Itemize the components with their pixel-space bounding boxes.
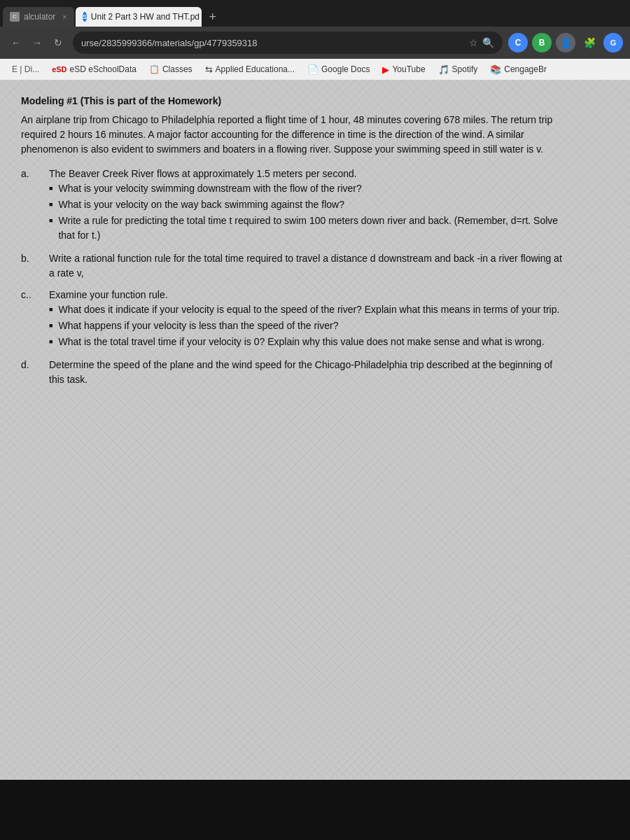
new-tab-button[interactable]: + — [203, 7, 223, 27]
bookmarks-bar: E | Di... eSD eSD eSchoolData 📋 Classes … — [0, 59, 630, 80]
edi-label: E | Di... — [12, 64, 39, 74]
spotify-label: Spotify — [452, 64, 478, 74]
bookmark-edi[interactable]: E | Di... — [7, 63, 44, 76]
question-a-bullets: What is your velocity swimming downstrea… — [49, 181, 567, 243]
browser-actions: C B 👤 🧩 G — [508, 33, 623, 52]
reload-button[interactable]: ↻ — [49, 34, 67, 52]
bookmark-cengage[interactable]: 📚 CengageBr — [485, 63, 552, 76]
question-b-content: Write a rational function rule for the t… — [49, 251, 567, 281]
url-text: urse/2835999366/materials/gp/4779359318 — [81, 38, 463, 48]
question-d-label: d. — [21, 358, 42, 387]
applied-icon: ⇆ — [205, 64, 213, 75]
cengage-icon: 📚 — [490, 64, 501, 75]
list-item: What is the total travel time if your ve… — [49, 335, 567, 349]
nav-buttons: ← → ↻ — [7, 34, 67, 52]
google-account-button[interactable]: G — [603, 33, 623, 52]
question-a-content: The Beaver Creek River flows at approxim… — [49, 167, 567, 244]
tab-calculator-close[interactable]: × — [62, 13, 66, 21]
bookmark-googledocs[interactable]: 📄 Google Docs — [302, 63, 374, 76]
list-item: Write a rule for predicting the total ti… — [49, 214, 567, 243]
document-content: Modeling #1 (This is part of the Homewor… — [21, 94, 567, 387]
question-c-content: Examine your function rule. What does it… — [49, 288, 567, 351]
classes-label: Classes — [162, 64, 192, 74]
tab-bar: C alculator × S Unit 2 Part 3 HW and THT… — [0, 0, 630, 27]
list-item: What does it indicate if your velocity i… — [49, 302, 567, 317]
spotify-icon: 🎵 — [438, 64, 449, 75]
question-c-label: c.. — [21, 288, 42, 351]
googledocs-icon: 📄 — [307, 64, 318, 75]
question-a: a. The Beaver Creek River flows at appro… — [21, 167, 567, 244]
question-d-content: Determine the speed of the plane and the… — [49, 358, 567, 387]
bookmark-spotify[interactable]: 🎵 Spotify — [433, 63, 483, 76]
list-item: What is your velocity swimming downstrea… — [49, 181, 567, 196]
applied-label: Applied Educationa... — [216, 64, 295, 74]
list-item: What is your velocity on the way back sw… — [49, 197, 567, 212]
tab-unit2[interactable]: S Unit 2 Part 3 HW and THT.pd × — [76, 7, 202, 27]
address-bar: ← → ↻ urse/2835999366/materials/gp/47793… — [0, 27, 630, 59]
classes-icon: 📋 — [149, 64, 160, 74]
question-a-label: a. — [21, 167, 42, 244]
question-b-text: Write a rational function rule for the t… — [49, 251, 567, 281]
question-d: d. Determine the speed of the plane and … — [21, 358, 567, 387]
question-c-text: Examine your function rule. — [49, 288, 567, 302]
bookmark-youtube[interactable]: ▶ YouTube — [377, 63, 430, 76]
extensions-button[interactable]: 🧩 — [580, 33, 599, 52]
forward-button[interactable]: → — [28, 34, 46, 52]
question-b-label: b. — [21, 251, 42, 281]
browser-frame: C alculator × S Unit 2 Part 3 HW and THT… — [0, 0, 630, 780]
question-b: b. Write a rational function rule for th… — [21, 251, 567, 281]
back-button[interactable]: ← — [7, 34, 25, 52]
bookmark-applied[interactable]: ⇆ Applied Educationa... — [200, 63, 300, 76]
document-title: Modeling #1 (This is part of the Homewor… — [21, 94, 567, 108]
c-button[interactable]: C — [508, 33, 528, 52]
url-box[interactable]: urse/2835999366/materials/gp/4779359318 … — [73, 31, 503, 54]
url-icons: ☆ 🔍 — [469, 37, 494, 48]
bookmark-star-icon[interactable]: ☆ — [469, 37, 478, 48]
school-tab-icon: S — [83, 12, 87, 22]
bottom-area — [0, 780, 630, 840]
youtube-icon: ▶ — [382, 64, 389, 75]
tab-calculator-label: alculator — [24, 12, 55, 22]
question-d-text: Determine the speed of the plane and the… — [49, 358, 567, 387]
extension-icon[interactable]: 🔍 — [482, 37, 494, 48]
list-item: What happens if your velocity is less th… — [49, 318, 567, 333]
b-button[interactable]: B — [532, 33, 552, 52]
question-c: c.. Examine your function rule. What doe… — [21, 288, 567, 351]
esd-icon: eSD — [52, 65, 66, 74]
tab-unit2-label: Unit 2 Part 3 HW and THT.pd — [91, 12, 200, 22]
calculator-tab-icon: C — [10, 12, 20, 22]
page-content: Modeling #1 (This is part of the Homewor… — [0, 80, 630, 780]
profile-button[interactable]: 👤 — [556, 33, 575, 52]
youtube-label: YouTube — [392, 64, 425, 74]
document-intro: An airplane trip from Chicago to Philade… — [21, 113, 567, 157]
googledocs-label: Google Docs — [321, 64, 370, 74]
cengage-label: CengageBr — [504, 64, 547, 74]
question-a-text: The Beaver Creek River flows at approxim… — [49, 167, 567, 181]
bookmark-eschooldata[interactable]: eSD eSD eSchoolData — [47, 63, 141, 76]
eschooldata-label: eSD eSchoolData — [70, 64, 136, 74]
bookmark-classes[interactable]: 📋 Classes — [144, 63, 197, 76]
tab-calculator[interactable]: C alculator × — [3, 7, 74, 27]
question-c-bullets: What does it indicate if your velocity i… — [49, 302, 567, 349]
